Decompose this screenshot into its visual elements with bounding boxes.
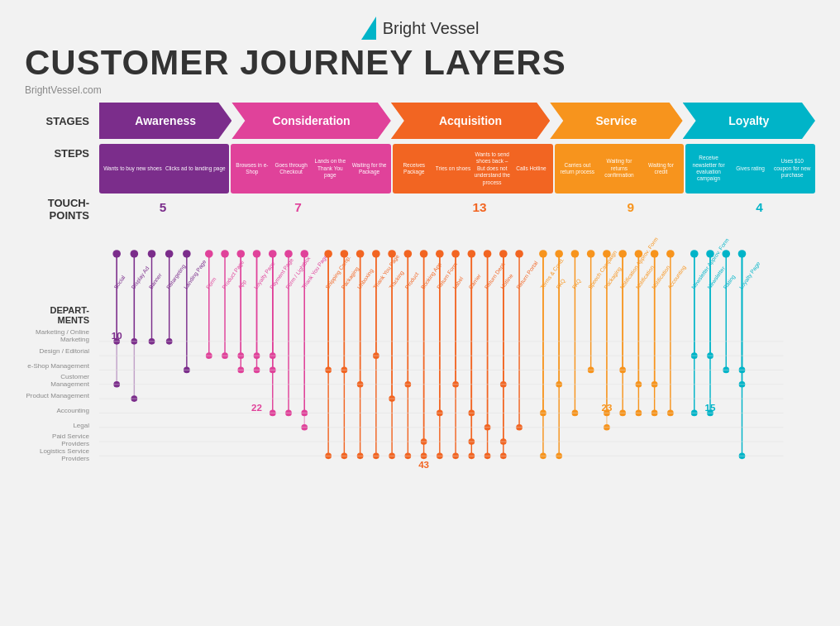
steps-service: Carries out return process Waiting for r… [555,144,685,194]
dept-label-customer: Customer Management [25,373,99,388]
stage-service: Service [550,103,682,139]
step-9: Wants to send shoes back – But does not … [474,148,510,189]
stage-loyalty: Loyalty [683,103,815,139]
header: Bright Vessel CUSTOMER JOURNEY LAYERS Br… [25,17,815,96]
step-8: Tries on shoes [435,148,471,189]
step-1: Wants to buy new shoes [103,148,163,189]
step-10: Calls Hotline [513,148,549,189]
dept-label-legal: Legal [25,418,99,432]
dept-label-eshop: e-Shop Management [25,358,99,373]
dept-label-marketing: Marketing / Online Marketing [25,328,99,343]
stages-container: Awareness Consideration Acquisition Serv… [99,103,815,139]
svg-text:Rating: Rating [722,274,737,291]
dept-label-product: Product Management [25,388,99,403]
step-13: Waiting for credit [642,148,681,189]
count-awareness: 5 [160,200,167,214]
steps-label: STEPS [25,144,99,194]
count-accounting-consid: 22 [251,403,262,413]
page-title: CUSTOMER JOURNEY LAYERS [25,43,815,83]
svg-text:FAQ: FAQ [570,278,582,291]
step-5: Lands on the Thank You page [312,148,348,189]
steps-awareness: Wants to buy new shoes Clicks ad to land… [99,144,229,194]
dept-label-paid: Paid Service Providers [25,432,99,447]
tp-c1: Form [205,276,217,290]
logo-text: Bright Vessel [383,19,480,38]
step-6: Waiting for the Package [351,148,387,189]
svg-text:Hotline: Hotline [499,272,514,289]
svg-text:Tracking: Tracking [388,270,405,291]
svg-text:Carrier: Carrier [467,272,482,289]
tp-c3: App [236,279,248,291]
tp-awareness-group: Social Display Ad Banner Retargeting Lan… [112,250,208,290]
svg-text:Label: Label [451,275,464,290]
page-subtitle: BrightVessel.com [25,84,815,96]
step-11: Carries out return process [558,148,598,189]
stage-acquisition: Acquisition [391,103,550,139]
chart-area: TOUCH-POINTS DEPART-MENTS Marketing / On… [25,197,815,481]
count-acquisition: 13 [472,200,486,214]
step-16: Uses $10 coupon for new purchase [772,148,812,189]
steps-row: STEPS Wants to buy new shoes Clicks ad t… [25,144,815,194]
steps-container: Wants to buy new shoes Clicks ad to land… [99,144,815,194]
count-loyalty: 4 [756,200,763,214]
logo-row: Bright Vessel [361,17,480,40]
svg-text:Product: Product [403,271,419,290]
count-consideration: 7 [294,200,302,214]
dept-label-accounting: Accounting [25,403,99,418]
count-logistics-acq: 43 [418,460,429,470]
svg-text:FAQ: FAQ [555,278,566,291]
touchpoints-label-text: TOUCH-POINTS [25,197,99,222]
steps-acquisition: Receives Package Tries on shoes Wants to… [393,144,553,194]
steps-consideration: Browses in e-Shop Goes through Checkout … [231,144,391,194]
departments-label-text: DEPART-MENTS [25,305,99,325]
tp-acquisition-group: Shipping Comp. Packaging Unboxing Thank … [324,250,539,290]
step-4: Goes through Checkout [273,148,309,189]
stage-consideration: Consideration [231,103,390,139]
dept-labels: TOUCH-POINTS DEPART-MENTS Marketing / On… [25,197,99,462]
step-12: Waiting for returns confirmation [599,148,639,189]
svg-chart-wrapper: 5 7 13 9 4 Social Display Ad Banner Reta… [99,197,815,481]
steps-loyalty: Receive newsletter for evaluation campai… [685,144,815,194]
dept-label-logistics: Logistics Service Providers [25,447,99,462]
count-service: 9 [627,200,634,214]
tp-label-1: Social [112,274,126,289]
page-container: Bright Vessel CUSTOMER JOURNEY LAYERS Br… [0,0,840,626]
step-2: Clicks ad to landing page [165,148,226,189]
tp-service-group: Terms & Cond. FAQ FAQ Speech Campaign Pa… [539,236,688,290]
stage-awareness: Awareness [99,103,231,139]
stages-label: STAGES [25,115,99,127]
step-15: Gives rating [731,148,771,189]
stages-row: STAGES Awareness Consideration Acquisiti… [25,103,815,139]
step-7: Receives Package [396,148,432,189]
tp-consideration-group: Form Product Page App Loyalty Page Payme… [205,250,329,290]
main-svg: 5 7 13 9 4 Social Display Ad Banner Reta… [99,197,815,478]
logo-icon [361,17,376,40]
tp-label-3: Banner [148,271,164,289]
dept-label-design: Design / Editorial [25,343,99,358]
step-14: Receive newsletter for evaluation campai… [689,148,728,189]
step-3: Browses in e-Shop [234,148,270,189]
